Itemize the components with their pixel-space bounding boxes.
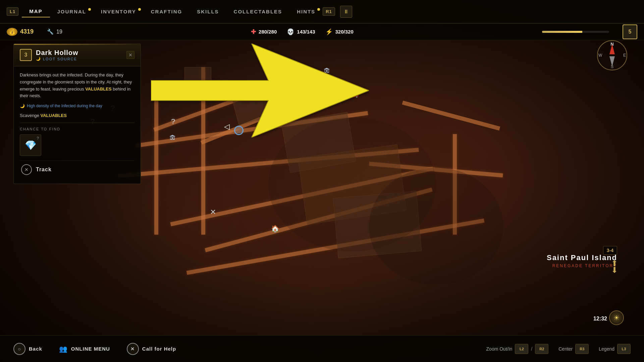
panel-title: Dark Hollow [36,49,122,57]
panel-subtitle-text: LOOT SOURCE [43,57,77,61]
territory-marker: ⬆ ⬇ [611,259,618,275]
track-button-label: Track [36,167,52,173]
question-mark: ? [37,136,39,141]
inventory-dot [138,8,141,11]
nav-left-buttons: L1 [0,7,18,16]
zoom-label: Zoom Out/In [486,346,513,352]
compass: N W E S [597,40,631,74]
compass-west-label: W [598,53,602,58]
compass-ring: N W E S [597,40,627,70]
clock-display: 12:32 [593,316,607,322]
r3-button[interactable]: R3 [575,344,589,354]
map-marker-green-2: 🏠 [271,225,279,233]
hints-dot [317,8,320,11]
track-button-icon: ✕ [21,164,32,175]
compass-needle-north [609,44,615,54]
tab-skills[interactable]: SKILLS [190,6,226,17]
location-label: Saint Paul Island RENEGADE TERRITORY [547,253,617,268]
sun-icon: ☀ [609,310,624,325]
track-button[interactable]: ✕ Track [20,161,135,178]
tab-crafting[interactable]: CRAFTING [144,6,190,17]
skull-icon: 💀 [287,28,294,36]
bottom-right-actions: Zoom Out/In L2 / R2 Center R3 Legend L3 [486,344,631,354]
time-value: 12:32 [593,316,607,321]
online-icon: 👥 [59,345,68,353]
player-level: 5 [629,29,632,35]
xp-bar [542,31,609,33]
player-level-badge: 5 [623,24,637,39]
grid-reference: 3-4 [603,246,617,255]
skull-stat: 💀 143/143 [287,28,315,36]
stamina-max: 320 [345,29,354,35]
legend-label: Legend [599,346,614,352]
moon-icon: 🌙 [36,57,41,61]
top-navigation: L1 MAP JOURNAL INVENTORY CRAFTING SKILLS… [0,0,644,23]
chance-item: 💎 ? [20,134,41,156]
panel-header: 3 Dark Hollow 🌙 LOOT SOURCE ✕ [14,44,141,66]
valuables-highlight-1: VALUABLES [85,86,111,92]
stamina-stat: ⚡ 320/320 [325,28,354,36]
health-icon: ✚ [251,28,256,36]
map-marker-scissors: ✂ [207,94,212,101]
panel-subtitle: 🌙 LOOT SOURCE [36,57,122,61]
panel-body: Darkness brings out the infected. During… [14,66,141,184]
back-action[interactable]: ○ Back [13,343,42,355]
xp-fill [542,31,582,33]
l1-button[interactable]: L1 [7,7,18,16]
gem-icon: 💎 [25,140,37,151]
info-panel: 3 Dark Hollow 🌙 LOOT SOURCE ✕ Darkness b… [13,44,141,184]
tab-collectables[interactable]: COLLECTABLES [226,6,290,17]
center-action: Center R3 [558,344,589,354]
chance-label: CHANCE TO FIND [20,127,135,131]
nav-tabs: MAP JOURNAL INVENTORY CRAFTING SKILLS CO… [22,6,323,17]
zoom-action: Zoom Out/In L2 / R2 [486,344,549,354]
legend-action: Legend L3 [599,344,631,354]
health-max: 280 [268,29,277,35]
r2-button[interactable]: R2 [535,344,548,354]
chance-section: CHANCE TO FIND 💎 ? [20,123,135,156]
nav-right: R1 ⏸ [323,6,359,18]
map-marker-green-1: 🚗 [349,89,359,98]
tab-inventory[interactable]: INVENTORY [94,6,144,17]
r1-button[interactable]: R1 [323,7,335,16]
stamina-current: 320 [335,29,344,35]
tab-map[interactable]: MAP [22,6,50,17]
l3-button[interactable]: L3 [617,344,631,354]
health-current: 280 [259,29,267,35]
tab-journal[interactable]: JOURNAL [50,6,94,17]
currency-icon: 💰 [7,28,17,36]
currency-value: 4319 [20,28,34,35]
player-marker: ◁ [224,122,230,131]
map-marker-building-2: 🏚 [169,134,176,142]
skull-max: 143 [307,29,315,35]
currency-display: 💰 4319 [7,28,34,36]
center-label: Center [558,346,573,352]
panel-note: 🌙 High density of the Infected during th… [20,104,135,108]
lightning-icon: ⚡ [325,28,333,36]
scavenge-label: Scavenge [20,113,39,118]
tool-count: 19 [56,29,62,35]
online-menu-action[interactable]: 👥 ONLINE MENU [59,345,110,353]
call-for-help-label: Call for Help [142,346,176,352]
location-sub: RENEGADE TERRITORY [547,263,617,268]
call-help-circle: ✕ [127,343,139,355]
back-label: Back [29,346,42,352]
skull-current: 143 [297,29,305,35]
call-for-help-action[interactable]: ✕ Call for Help [127,343,176,355]
location-level: 3 [24,52,28,58]
bottom-bar: ○ Back 👥 ONLINE MENU ✕ Call for Help Zoo… [0,335,644,362]
target-marker [234,126,244,135]
map-marker-question-4: ? [324,77,328,86]
pause-button[interactable]: ⏸ [340,6,352,18]
note-text: High density of the Infected during the … [27,104,102,108]
tab-hints[interactable]: HINTS [289,6,323,17]
scavenge-line: Scavenge VALUABLES [20,113,135,118]
map-marker-x: ✕ [210,208,216,217]
online-menu-label: ONLINE MENU [71,346,110,352]
back-button-circle: ○ [13,343,25,355]
panel-title-group: Dark Hollow 🌙 LOOT SOURCE [36,49,122,61]
panel-close-button[interactable]: ✕ [126,51,135,59]
location-level-badge: 3 [20,49,32,61]
l2-button[interactable]: L2 [515,344,528,354]
health-stat: ✚ 280/280 [251,28,277,36]
